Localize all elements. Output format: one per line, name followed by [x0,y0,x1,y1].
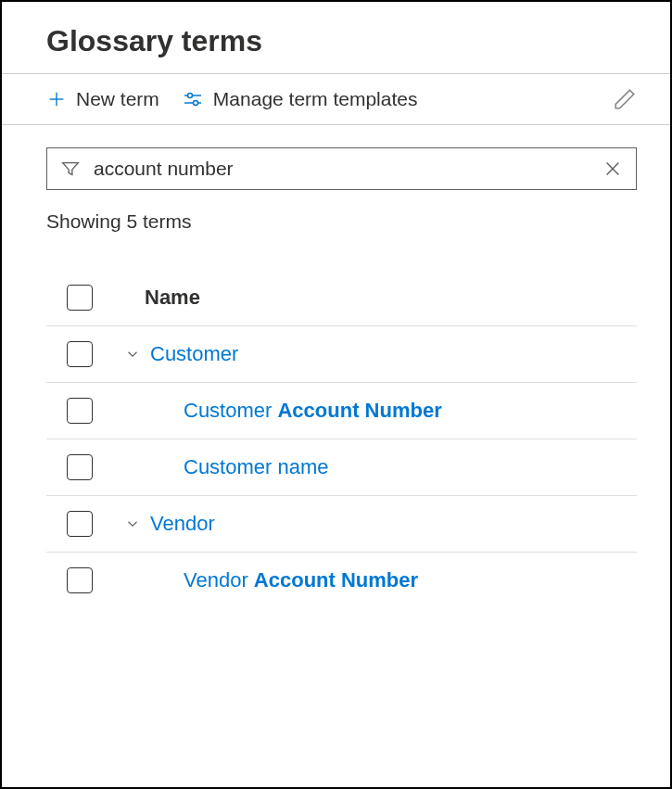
row-checkbox[interactable] [67,567,93,593]
divider [2,124,670,125]
term-highlight: Account Number [254,568,418,592]
column-header-name: Name [119,286,200,310]
row-checkbox[interactable] [67,454,93,480]
filter-icon [60,159,81,179]
svg-point-5 [193,101,197,106]
sliders-icon [182,88,204,110]
term-link[interactable]: Vendor [150,512,215,536]
term-highlight: Account Number [277,399,441,422]
pencil-icon[interactable] [613,87,637,111]
table-row: Vendor Account Number [46,553,637,608]
table-header-row: Name [46,270,637,326]
filter-box [46,147,637,190]
toolbar: New term Manage term templates [46,74,637,124]
term-link[interactable]: Customer name [184,455,329,479]
term-link[interactable]: Customer Account Number [184,399,442,423]
new-term-button[interactable]: New term [46,88,159,110]
page-title: Glossary terms [46,24,637,58]
chevron-down-icon[interactable] [124,346,141,363]
term-prefix: Customer [184,399,277,422]
term-link[interactable]: Customer [150,342,238,366]
svg-point-3 [187,94,192,98]
term-prefix: Customer name [184,455,329,478]
plus-icon [46,89,67,109]
row-checkbox[interactable] [67,398,93,424]
table-row: Customer Account Number [46,383,637,439]
table-row: Customer [46,326,637,383]
clear-icon[interactable] [602,159,623,179]
manage-templates-button[interactable]: Manage term templates [182,88,418,110]
term-prefix: Vendor [184,568,254,592]
filter-input[interactable] [94,158,590,180]
chevron-down-icon[interactable] [124,515,141,532]
table-row: Vendor [46,496,637,553]
row-checkbox[interactable] [67,341,93,367]
row-checkbox[interactable] [67,511,93,537]
new-term-label: New term [76,88,159,110]
terms-table: Name Customer Customer Account Number [46,270,637,608]
manage-templates-label: Manage term templates [213,88,418,110]
table-row: Customer name [46,439,637,496]
result-count: Showing 5 terms [46,210,637,233]
term-link[interactable]: Vendor Account Number [184,568,418,592]
select-all-checkbox[interactable] [67,285,93,311]
